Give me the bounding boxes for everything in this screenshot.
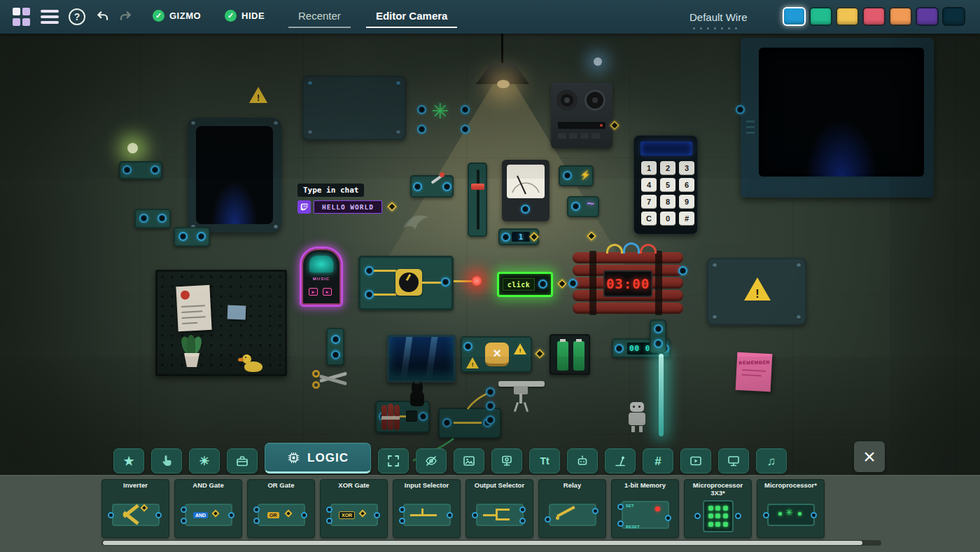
keypad-key[interactable]: 1	[641, 161, 657, 174]
palette-item-or-gate[interactable]: OR Gate OR	[247, 479, 315, 538]
yellow-connector[interactable]	[610, 120, 620, 130]
yellow-connector[interactable]	[387, 202, 397, 212]
connector-node[interactable]	[538, 280, 547, 289]
redo-button[interactable]	[118, 9, 133, 27]
connector-node[interactable]	[461, 125, 470, 134]
keypad-key[interactable]: 8	[660, 195, 676, 208]
keypad-key[interactable]: 2	[660, 161, 676, 174]
lever-display[interactable]: 1	[498, 228, 539, 245]
tab-tools[interactable]	[227, 448, 258, 474]
wall-tablet[interactable]	[188, 118, 281, 233]
connector-node[interactable]	[150, 165, 160, 174]
keypad-key[interactable]: #	[679, 212, 694, 225]
keypad-key[interactable]: 9	[679, 195, 694, 208]
connector-node[interactable]	[486, 415, 495, 425]
potted-plant[interactable]	[179, 335, 204, 373]
toggle-switch[interactable]	[410, 175, 454, 198]
slider-handle[interactable]	[471, 184, 484, 190]
keypad-key[interactable]: 4	[641, 178, 657, 191]
tab-video[interactable]	[680, 448, 711, 474]
keypad-key[interactable]: 3	[679, 161, 694, 174]
tab-images[interactable]	[454, 448, 484, 474]
wire-color-navy[interactable]	[942, 7, 965, 26]
connector-node[interactable]	[678, 266, 687, 275]
node-plate[interactable]	[134, 209, 171, 228]
node-plate[interactable]	[326, 328, 344, 366]
aquarium-display[interactable]	[387, 335, 456, 382]
wire-color-red[interactable]	[862, 7, 886, 26]
tab-hand[interactable]	[151, 448, 182, 474]
keypad-gadget[interactable]: 1 2 3 4 5 6 7 8 9 C 0 #	[634, 135, 698, 235]
claw-mechanism[interactable]	[498, 381, 545, 416]
tab-text[interactable]: Tt	[529, 448, 560, 474]
blue-light-bulb[interactable]	[594, 57, 602, 66]
time-bomb[interactable]: 03:00	[573, 252, 683, 317]
palette-item-output-selector[interactable]: Output Selector	[465, 479, 533, 538]
pegboard[interactable]	[155, 270, 287, 376]
connector-node[interactable]	[417, 105, 426, 114]
connector-node[interactable]	[654, 339, 663, 348]
tape-recorder[interactable]	[551, 83, 612, 149]
battery-pack[interactable]	[550, 334, 590, 375]
click-button-gadget[interactable]: click	[497, 272, 553, 297]
editor-camera-button[interactable]: Editor Camera	[366, 10, 458, 28]
yellow-connector[interactable]	[557, 279, 567, 289]
connector-node[interactable]	[486, 387, 495, 396]
yellow-connector[interactable]	[535, 349, 545, 359]
tab-light[interactable]: ☀	[189, 448, 220, 474]
connector-node[interactable]	[563, 171, 572, 180]
toy-robot[interactable]	[627, 402, 647, 433]
connector-node[interactable]	[417, 125, 426, 134]
connector-node[interactable]	[197, 232, 206, 241]
bolt-board[interactable]: ⚡	[559, 165, 594, 186]
sticky-note[interactable]: REMEMBER	[736, 352, 773, 392]
hide-toggle[interactable]: ✓ HIDE	[225, 10, 265, 22]
led-lamp[interactable]	[119, 143, 164, 181]
jukebox-button[interactable]: ▸	[309, 288, 318, 296]
connector-node[interactable]	[442, 418, 451, 427]
connector-node[interactable]	[365, 266, 374, 275]
palette-item-input-selector[interactable]: Input Selector	[393, 479, 461, 538]
palette-item-1bit-memory[interactable]: 1-bit Memory SET RESET	[611, 479, 679, 538]
x-button[interactable]: ×	[485, 343, 509, 366]
connector-node[interactable]	[158, 214, 167, 223]
scissors[interactable]	[312, 366, 351, 392]
yellow-connector[interactable]	[529, 232, 539, 242]
slider-fader[interactable]	[468, 163, 487, 237]
recenter-button[interactable]: Recenter	[288, 10, 351, 28]
tab-fullscreen[interactable]	[378, 448, 409, 474]
keypad-key[interactable]: 7	[641, 195, 657, 208]
gear-chip-cluster[interactable]: ✳	[417, 101, 473, 137]
knob[interactable]	[399, 272, 419, 292]
connector-node[interactable]	[736, 105, 745, 114]
tab-screens[interactable]	[718, 448, 749, 474]
warning-sign[interactable]: !	[249, 87, 267, 103]
connector-node[interactable]	[568, 279, 578, 288]
wire-color-yellow[interactable]	[836, 7, 859, 26]
cat-figurine[interactable]	[409, 382, 426, 406]
wire-color-blue[interactable]	[783, 7, 806, 26]
wall-panel-right[interactable]: !	[707, 258, 806, 325]
wire-color-purple[interactable]	[916, 7, 939, 26]
palette-item-and-gate[interactable]: AND Gate AND	[174, 479, 242, 538]
tab-logic-selected[interactable]: LOGIC	[265, 443, 371, 474]
rubber-duck[interactable]	[242, 354, 265, 374]
keypad-key[interactable]: 5	[660, 178, 676, 191]
red-led[interactable]	[472, 276, 482, 286]
help-button[interactable]: ?	[69, 8, 85, 25]
palette-item-microprocessor[interactable]: Microprocessor* ✳	[757, 479, 825, 538]
wall-monitor[interactable]	[741, 38, 934, 198]
connector-node[interactable]	[654, 324, 663, 333]
node-plate[interactable]	[174, 227, 210, 247]
knob-module[interactable]	[358, 256, 454, 310]
node-plate[interactable]	[650, 319, 666, 353]
connector-node[interactable]	[501, 233, 510, 242]
wave-board[interactable]: ~	[567, 196, 599, 217]
close-panel-button[interactable]: ×	[854, 441, 885, 472]
palette-item-inverter[interactable]: Inverter	[102, 479, 169, 538]
tab-music[interactable]: ♫	[756, 448, 787, 474]
connector-node[interactable]	[413, 182, 422, 191]
tab-numbers[interactable]: #	[643, 448, 673, 474]
wire-color-green[interactable]	[809, 7, 832, 26]
connector-node[interactable]	[521, 205, 530, 214]
